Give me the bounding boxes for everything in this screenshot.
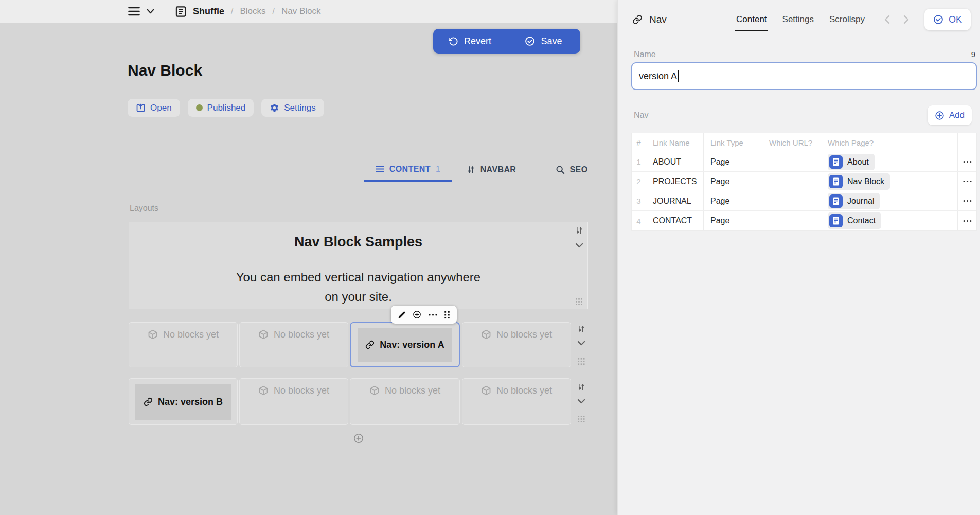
empty-block-cell[interactable]: No blocks yet xyxy=(462,378,571,425)
which-url-cell[interactable] xyxy=(762,172,821,191)
add-link-button[interactable]: Add xyxy=(928,105,972,125)
chevron-right-icon[interactable] xyxy=(903,15,909,24)
block-cell[interactable]: Nav: version B xyxy=(129,378,238,425)
revert-label: Revert xyxy=(464,36,491,47)
layout-section-samples[interactable]: Nav Block Samples You can embed vertical… xyxy=(129,222,588,309)
page-doc-icon xyxy=(829,155,843,169)
drag-grid-icon[interactable] xyxy=(444,311,450,319)
link-name-cell[interactable]: ABOUT xyxy=(646,152,704,171)
sliders-icon[interactable] xyxy=(577,383,585,392)
empty-cell-label: No blocks yet xyxy=(496,329,552,340)
selected-block-cell[interactable]: Nav: version A xyxy=(350,322,460,367)
page-doc-icon xyxy=(829,175,843,188)
empty-block-cell[interactable]: No blocks yet xyxy=(239,378,348,425)
nav-block-version-b[interactable]: Nav: version B xyxy=(135,384,231,420)
row-menu-button[interactable] xyxy=(958,211,976,230)
gear-icon xyxy=(270,103,279,113)
cube-icon xyxy=(481,385,491,396)
cube-icon xyxy=(369,385,380,396)
breadcrumb-current: Nav Block xyxy=(281,6,321,16)
add-row-button[interactable] xyxy=(353,433,364,444)
link-name-cell[interactable]: CONTACT xyxy=(646,211,704,230)
empty-block-cell[interactable]: No blocks yet xyxy=(239,322,348,367)
link-type-cell[interactable]: Page xyxy=(704,191,762,210)
tab-content[interactable]: CONTENT 1 xyxy=(364,158,452,182)
empty-block-cell[interactable]: No blocks yet xyxy=(350,378,460,425)
which-url-cell[interactable] xyxy=(762,191,821,210)
list-lines-icon xyxy=(376,166,384,172)
sample-heading[interactable]: Nav Block Samples xyxy=(129,222,587,262)
drag-handle-icon[interactable] xyxy=(577,415,585,423)
link-type-cell[interactable]: Page xyxy=(704,152,762,171)
add-circle-icon[interactable] xyxy=(413,310,421,319)
nav-block-version-a[interactable]: Nav: version A xyxy=(358,328,452,362)
chevron-down-icon[interactable] xyxy=(147,9,154,14)
empty-block-cell[interactable]: No blocks yet xyxy=(129,322,238,367)
nav-links-table: # Link Name Link Type Which URL? Which P… xyxy=(631,133,977,231)
which-page-cell[interactable]: Contact xyxy=(821,211,958,230)
row-menu-button[interactable] xyxy=(958,172,976,191)
link-type-cell[interactable]: Page xyxy=(704,211,762,230)
page-chip[interactable]: Nav Block xyxy=(828,173,890,190)
table-row: 2 PROJECTS Page Nav Block xyxy=(632,172,976,191)
save-button[interactable]: Save xyxy=(507,29,580,54)
link-name-cell[interactable]: JOURNAL xyxy=(646,191,704,210)
layouts-label: Layouts xyxy=(130,204,158,213)
empty-block-cell[interactable]: No blocks yet xyxy=(462,322,571,367)
chevron-left-icon[interactable] xyxy=(884,15,890,24)
drag-handle-icon[interactable] xyxy=(577,358,585,365)
revert-button[interactable]: Revert xyxy=(433,29,507,54)
drag-handle-icon[interactable] xyxy=(575,298,583,306)
tab-navbar[interactable]: NAVBAR xyxy=(466,158,517,182)
which-page-cell[interactable]: Nav Block xyxy=(821,172,958,191)
page-meta-buttons: Open Published Settings xyxy=(128,99,324,117)
sample-paragraph[interactable]: You can embed vertical navigation anywhe… xyxy=(129,268,587,307)
settings-button[interactable]: Settings xyxy=(261,99,324,117)
row-menu-button[interactable] xyxy=(958,191,976,210)
panel-tab-settings[interactable]: Settings xyxy=(782,14,814,25)
undo-icon xyxy=(449,37,458,46)
page-chip-label: Contact xyxy=(847,216,876,225)
page-chip[interactable]: Journal xyxy=(828,193,880,209)
name-char-count: 9 xyxy=(971,50,975,59)
open-window-icon xyxy=(136,103,146,113)
chevron-down-icon[interactable] xyxy=(577,399,585,404)
which-url-cell[interactable] xyxy=(762,152,821,171)
row-menu-button[interactable] xyxy=(958,152,976,171)
which-page-cell[interactable]: Journal xyxy=(821,191,958,210)
block-toolbar xyxy=(391,306,457,324)
more-ellipsis-icon[interactable] xyxy=(429,313,437,316)
chevron-down-icon[interactable] xyxy=(577,341,585,346)
panel-nav-arrows xyxy=(884,15,909,24)
link-icon xyxy=(144,397,153,406)
menu-icon[interactable] xyxy=(128,6,140,16)
published-status-button[interactable]: Published xyxy=(188,99,254,117)
panel-tab-scrollspy[interactable]: Scrollspy xyxy=(829,14,865,25)
which-url-cell[interactable] xyxy=(762,211,821,230)
panel-tab-content[interactable]: Content xyxy=(736,14,767,25)
page-chip[interactable]: Contact xyxy=(828,212,881,229)
link-icon xyxy=(632,14,643,25)
edit-pencil-icon[interactable] xyxy=(398,311,406,319)
check-circle-icon xyxy=(933,14,943,25)
text-caret xyxy=(678,70,679,82)
tab-content-label: CONTENT xyxy=(389,165,431,174)
open-button[interactable]: Open xyxy=(128,99,180,117)
chevron-down-icon[interactable] xyxy=(575,243,583,248)
row-number: 3 xyxy=(632,191,646,210)
col-which-url: Which URL? xyxy=(762,133,821,152)
cube-icon xyxy=(148,329,158,340)
link-name-cell[interactable]: PROJECTS xyxy=(646,172,704,191)
editor-canvas: Shuffle / Blocks / Nav Block Revert Save… xyxy=(0,0,617,515)
name-input[interactable]: version A xyxy=(631,62,977,90)
breadcrumb-section[interactable]: Blocks xyxy=(240,6,265,16)
link-type-cell[interactable]: Page xyxy=(704,172,762,191)
breadcrumb-app[interactable]: Shuffle xyxy=(193,6,224,17)
col-which-page: Which Page? xyxy=(821,133,958,152)
ok-button[interactable]: OK xyxy=(924,9,971,30)
page-chip[interactable]: About xyxy=(828,154,875,170)
which-page-cell[interactable]: About xyxy=(821,152,958,171)
sliders-icon[interactable] xyxy=(575,226,583,235)
tab-seo[interactable]: SEO xyxy=(555,158,589,182)
sliders-icon[interactable] xyxy=(577,325,585,333)
